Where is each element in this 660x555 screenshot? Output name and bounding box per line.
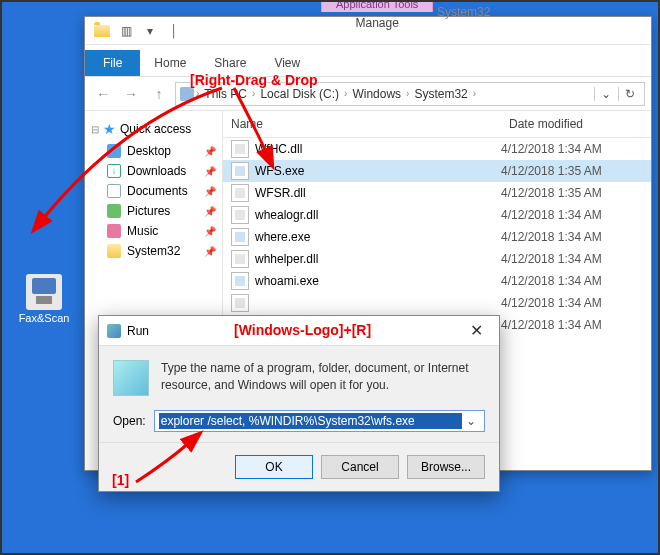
window-title: System32 [437,5,490,19]
drive-icon [180,87,194,101]
sidebar-quick-access[interactable]: ⊟ ★ Quick access [89,117,218,141]
chevron-right-icon[interactable]: › [252,88,255,99]
tab-view[interactable]: View [260,50,314,76]
file-row[interactable]: whoami.exe4/12/2018 1:34 AM [223,270,651,292]
file-row[interactable]: 4/12/2018 1:34 AM [223,292,651,314]
pin-icon: 📌 [204,146,216,157]
desktop-shortcut-faxscan[interactable]: Fax&Scan [14,274,74,324]
tab-share[interactable]: Share [200,50,260,76]
file-name: WfHC.dll [255,142,501,156]
pin-icon: 📌 [204,226,216,237]
file-date: 4/12/2018 1:34 AM [501,318,651,332]
file-date: 4/12/2018 1:34 AM [501,142,651,156]
address-bar-row: ← → ↑ › This PC › Local Disk (C:) › Wind… [85,77,651,111]
browse-button[interactable]: Browse... [407,455,485,479]
file-row[interactable]: WFSR.dll4/12/2018 1:35 AM [223,182,651,204]
sidebar-item-music[interactable]: Music📌 [89,221,218,241]
file-name: where.exe [255,230,501,244]
file-row[interactable]: where.exe4/12/2018 1:34 AM [223,226,651,248]
qat-sep: │ [163,20,185,42]
pin-icon: 📌 [204,186,216,197]
run-title-text: Run [127,324,149,338]
folder-icon [107,184,121,198]
sidebar-item-label: Desktop [127,144,171,158]
crumb-thispc[interactable]: This PC [201,87,250,101]
nav-fwd-icon[interactable]: → [119,82,143,106]
star-icon: ★ [103,121,116,137]
ok-button[interactable]: OK [235,455,313,479]
folder-icon [107,224,121,238]
file-name: WFS.exe [255,164,501,178]
collapse-icon[interactable]: ⊟ [91,124,99,135]
contextual-tab-group: Application Tools Manage [321,0,433,34]
chevron-right-icon[interactable]: › [196,88,199,99]
file-row[interactable]: whhelper.dll4/12/2018 1:34 AM [223,248,651,270]
pin-icon: 📌 [204,246,216,257]
file-date: 4/12/2018 1:34 AM [501,208,651,222]
crumb-c[interactable]: Local Disk (C:) [257,87,342,101]
file-row[interactable]: WFS.exe4/12/2018 1:35 AM [223,160,651,182]
folder-icon [107,164,121,178]
ribbon: File Home Share View [85,45,651,77]
folder-icon [91,20,113,42]
file-name: WFSR.dll [255,186,501,200]
chevron-down-icon[interactable]: ⌄ [462,414,480,428]
run-open-label: Open: [113,414,146,428]
folder-icon [107,204,121,218]
run-open-combo[interactable]: ⌄ [154,410,485,432]
file-row[interactable]: WfHC.dll4/12/2018 1:34 AM [223,138,651,160]
file-date: 4/12/2018 1:34 AM [501,252,651,266]
cancel-button[interactable]: Cancel [321,455,399,479]
file-name: whealogr.dll [255,208,501,222]
file-date: 4/12/2018 1:34 AM [501,230,651,244]
qat-props-icon[interactable]: ▥ [115,20,137,42]
file-icon [231,228,249,246]
chevron-right-icon[interactable]: › [473,88,476,99]
file-icon [231,250,249,268]
folder-icon [107,144,121,158]
run-titlebar[interactable]: Run ✕ [99,316,499,346]
file-icon [231,272,249,290]
qat-dropdown-icon[interactable]: ▾ [139,20,161,42]
close-icon[interactable]: ✕ [462,321,491,340]
run-message: Type the name of a program, folder, docu… [161,360,485,396]
tab-file[interactable]: File [85,50,140,76]
tab-manage[interactable]: Manage [341,12,412,34]
run-open-input[interactable] [159,413,462,429]
column-headers[interactable]: Name Date modified [223,111,651,138]
run-icon [107,324,121,338]
explorer-titlebar[interactable]: ▥ ▾ │ Application Tools Manage System32 [85,17,651,45]
sidebar-item-downloads[interactable]: Downloads📌 [89,161,218,181]
sidebar-item-label: Downloads [127,164,186,178]
pin-icon: 📌 [204,206,216,217]
sidebar-item-pictures[interactable]: Pictures📌 [89,201,218,221]
file-name: whoami.exe [255,274,501,288]
nav-back-icon[interactable]: ← [91,82,115,106]
tab-home[interactable]: Home [140,50,200,76]
sidebar-item-desktop[interactable]: Desktop📌 [89,141,218,161]
file-row[interactable]: whealogr.dll4/12/2018 1:34 AM [223,204,651,226]
sidebar-item-system32[interactable]: System32📌 [89,241,218,261]
refresh-icon[interactable]: ↻ [618,87,640,101]
sidebar-item-documents[interactable]: Documents📌 [89,181,218,201]
chevron-right-icon[interactable]: › [406,88,409,99]
nav-up-icon[interactable]: ↑ [147,82,171,106]
contextual-tab-header: Application Tools [321,0,433,12]
fax-icon [26,274,62,310]
crumb-windows[interactable]: Windows [349,87,404,101]
file-icon [231,140,249,158]
breadcrumb[interactable]: › This PC › Local Disk (C:) › Windows › … [175,82,645,106]
sidebar-item-label: Documents [127,184,188,198]
file-date: 4/12/2018 1:35 AM [501,186,651,200]
sidebar-item-label: System32 [127,244,180,258]
file-icon [231,206,249,224]
file-icon [231,294,249,312]
file-icon [231,184,249,202]
crumb-system32[interactable]: System32 [411,87,470,101]
col-name[interactable]: Name [223,111,501,137]
file-name: whhelper.dll [255,252,501,266]
chevron-right-icon[interactable]: › [344,88,347,99]
sidebar-quick-access-label: Quick access [120,122,191,136]
addr-dropdown-icon[interactable]: ⌄ [594,87,616,101]
col-date[interactable]: Date modified [501,111,651,137]
